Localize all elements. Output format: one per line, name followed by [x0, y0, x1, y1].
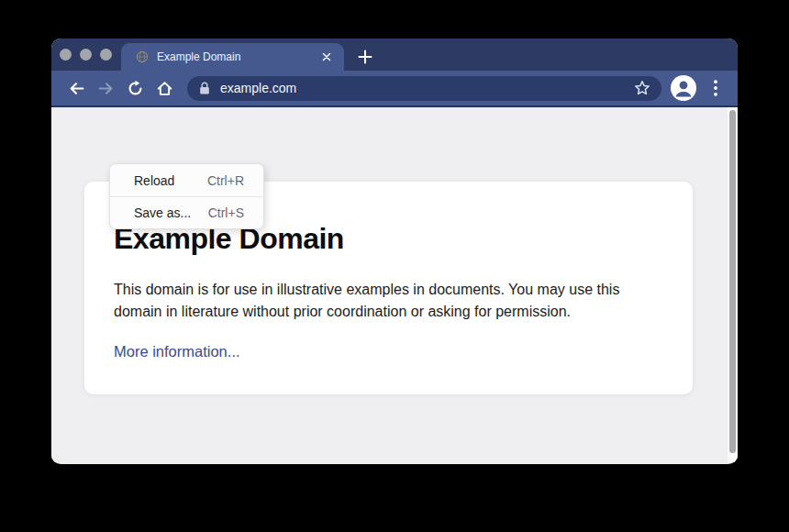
lock-icon [199, 82, 210, 95]
tab-title: Example Domain [157, 50, 318, 63]
toolbar: example.com [51, 71, 738, 107]
menu-item-shortcut: Ctrl+S [208, 205, 244, 220]
back-button[interactable] [64, 76, 88, 100]
arrow-right-icon [97, 80, 115, 97]
window-close-button[interactable] [60, 49, 72, 61]
browser-menu-button[interactable] [707, 76, 725, 100]
scrollbar[interactable] [728, 107, 738, 462]
forward-button[interactable] [94, 76, 117, 100]
window-zoom-button[interactable] [100, 49, 112, 61]
menu-item-save-as[interactable]: Save as... Ctrl+S [110, 196, 263, 228]
close-icon[interactable] [318, 49, 335, 65]
arrow-left-icon [68, 80, 85, 97]
plus-icon [358, 50, 372, 64]
home-icon [156, 80, 173, 97]
profile-button[interactable] [671, 75, 696, 101]
menu-item-shortcut: Ctrl+R [207, 173, 244, 188]
titlebar: Example Domain [51, 39, 738, 71]
reload-button[interactable] [123, 76, 147, 100]
bookmark-button[interactable] [632, 78, 652, 98]
traffic-lights [60, 49, 112, 61]
avatar-icon [671, 75, 696, 101]
window-minimize-button[interactable] [80, 49, 92, 61]
context-menu: Reload Ctrl+R Save as... Ctrl+S [109, 163, 264, 229]
star-icon [634, 80, 650, 96]
address-bar[interactable]: example.com [187, 76, 661, 101]
menu-item-label: Save as... [134, 205, 191, 220]
home-button[interactable] [152, 76, 176, 100]
page-paragraph: This domain is for use in illustrative e… [114, 279, 657, 323]
scrollbar-thumb[interactable] [729, 110, 736, 453]
browser-window: Example Domain [51, 39, 738, 464]
new-tab-button[interactable] [354, 46, 376, 68]
kebab-menu-icon [714, 80, 717, 96]
more-information-link[interactable]: More information... [114, 343, 240, 360]
globe-icon [136, 50, 149, 63]
menu-item-label: Reload [134, 173, 174, 188]
url-text[interactable]: example.com [220, 81, 632, 95]
page-viewport: Example Domain This domain is for use in… [51, 107, 738, 462]
reload-icon [127, 80, 144, 97]
menu-item-reload[interactable]: Reload Ctrl+R [110, 164, 263, 196]
browser-tab[interactable]: Example Domain [121, 43, 344, 71]
